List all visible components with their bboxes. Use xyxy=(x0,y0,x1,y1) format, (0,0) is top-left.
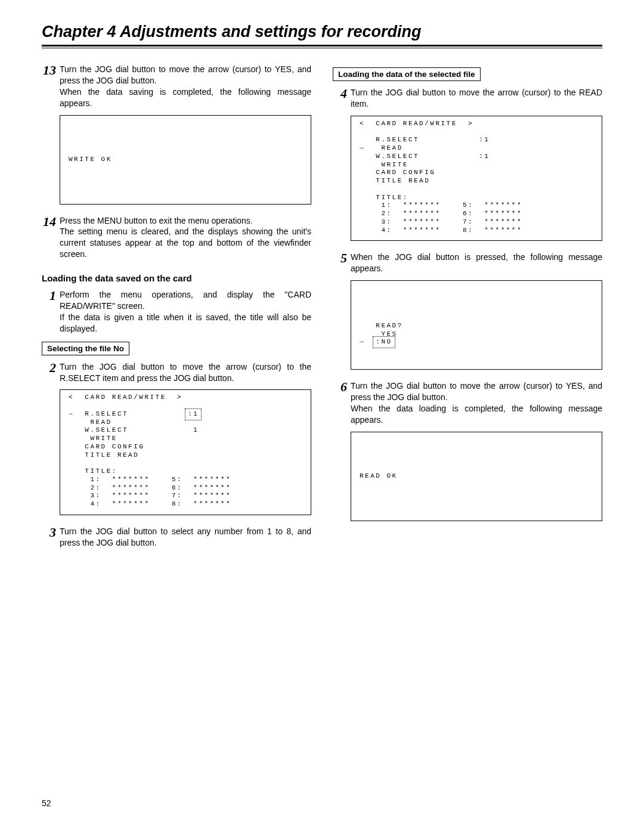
box-loading-selected-file: Loading the data of the selected file xyxy=(333,67,481,81)
screen-line: TITLE: xyxy=(69,467,117,475)
step-2: 2 Turn the JOG dial button to move the a… xyxy=(42,361,311,384)
title-rule xyxy=(42,45,602,48)
step-14: 14 Press the MENU button to exit the men… xyxy=(42,215,311,261)
screen-line: CARD CONFIG xyxy=(69,443,144,450)
step-para: Turn the JOG dial button to move the arr… xyxy=(351,381,602,402)
page-number: 52 xyxy=(42,798,51,808)
screen-line: W.SELECT :1 xyxy=(360,153,490,160)
step-1: 1 Perform the menu operations, and displ… xyxy=(42,289,311,335)
screen-line: TITLE READ xyxy=(360,177,430,184)
screen-line: 1: ******* 5: ******* xyxy=(69,476,231,483)
step-number: 13 xyxy=(42,64,60,109)
screen-text: < CARD READ/WRITE > R.SELECT :1 → READ W… xyxy=(360,120,593,235)
screen-line: READ? xyxy=(360,322,403,329)
screen-read-ok: READ OK xyxy=(351,432,602,521)
step-4: 4 Turn the JOG dial button to move the a… xyxy=(333,87,602,110)
screen-card-rw-rselect: < CARD READ/WRITE > → R.SELECT :1 READ W… xyxy=(60,389,311,515)
screen-line: 4: ******* 8: ******* xyxy=(360,227,522,234)
screen-line: R.SELECT :1 xyxy=(360,136,490,143)
step-6: 6 Turn the JOG dial button to move the a… xyxy=(333,380,602,426)
page: Chapter 4 Adjustments and settings for r… xyxy=(0,0,644,833)
screen-line: CARD CONFIG xyxy=(360,169,435,176)
step-number: 3 xyxy=(42,526,60,549)
step-para: If the data is given a title when it is … xyxy=(60,312,311,333)
step-body: Turn the JOG dial button to move the arr… xyxy=(351,380,602,426)
right-column: Loading the data of the selected file 4 … xyxy=(333,64,602,552)
left-column: 13 Turn the JOG dial button to move the … xyxy=(42,64,311,552)
screen-line: → :NO xyxy=(360,338,392,345)
screen-line: 4: ******* 8: ******* xyxy=(69,500,231,507)
step-para: Perform the menu operations, and display… xyxy=(60,290,311,311)
heading-load-card: Loading the data saved on the card xyxy=(42,273,311,283)
screen-card-rw-read: < CARD READ/WRITE > R.SELECT :1 → READ W… xyxy=(351,116,602,241)
step-body: Turn the JOG dial button to move the arr… xyxy=(60,361,311,384)
step-para: When the data saving is completed, the f… xyxy=(60,87,311,108)
step-3: 3 Turn the JOG dial button to select any… xyxy=(42,526,311,549)
screen-line: 2: ******* 6: ******* xyxy=(360,210,522,217)
screen-line: 3: ******* 7: ******* xyxy=(69,492,231,499)
step-body: Perform the menu operations, and display… xyxy=(60,289,311,335)
step-number: 4 xyxy=(333,87,351,110)
screen-header: < CARD READ/WRITE > xyxy=(69,394,182,401)
screen-text: READ OK xyxy=(360,472,593,481)
screen-line: → READ xyxy=(360,144,403,151)
step-body: Turn the JOG dial button to move the arr… xyxy=(60,64,311,109)
step-body: Turn the JOG dial button to select any n… xyxy=(60,526,311,549)
step-body: When the JOG dial button is pressed, the… xyxy=(351,252,602,274)
step-5: 5 When the JOG dial button is pressed, t… xyxy=(333,252,602,274)
step-number: 1 xyxy=(42,289,60,335)
screen-line: 3: ******* 7: ******* xyxy=(360,218,522,225)
content-columns: 13 Turn the JOG dial button to move the … xyxy=(42,64,602,552)
step-number: 6 xyxy=(333,380,351,426)
screen-line: WRITE xyxy=(360,161,408,168)
screen-text: READ? YES → :NO xyxy=(360,322,593,346)
box-selecting-file-no: Selecting the file No xyxy=(42,342,129,355)
screen-line: 1: ******* 5: ******* xyxy=(360,202,522,209)
step-para: Turn the JOG dial button to move the arr… xyxy=(60,64,311,85)
screen-line: TITLE READ xyxy=(69,451,139,459)
screen-line: TITLE: xyxy=(360,194,408,201)
chapter-title: Chapter 4 Adjustments and settings for r… xyxy=(42,23,602,41)
screen-line: → R.SELECT :1 xyxy=(69,410,199,417)
step-13: 13 Turn the JOG dial button to move the … xyxy=(42,64,311,109)
step-para: When the data loading is completed, the … xyxy=(351,404,602,425)
screen-write-ok: WRITE OK xyxy=(60,115,311,205)
step-body: Press the MENU button to exit the menu o… xyxy=(60,215,311,261)
screen-line: WRITE xyxy=(69,435,117,442)
screen-line: READ xyxy=(69,419,112,426)
screen-text: < CARD READ/WRITE > → R.SELECT :1 READ W… xyxy=(69,394,302,509)
screen-header: < CARD READ/WRITE > xyxy=(360,120,473,127)
screen-read-confirm: READ? YES → :NO xyxy=(351,280,602,370)
step-number: 5 xyxy=(333,252,351,274)
screen-text: WRITE OK xyxy=(69,156,302,164)
screen-line: W.SELECT 1 xyxy=(69,426,199,433)
step-number: 14 xyxy=(42,215,60,261)
step-number: 2 xyxy=(42,361,60,384)
step-body: Turn the JOG dial button to move the arr… xyxy=(351,87,602,110)
screen-line: 2: ******* 6: ******* xyxy=(69,484,231,491)
